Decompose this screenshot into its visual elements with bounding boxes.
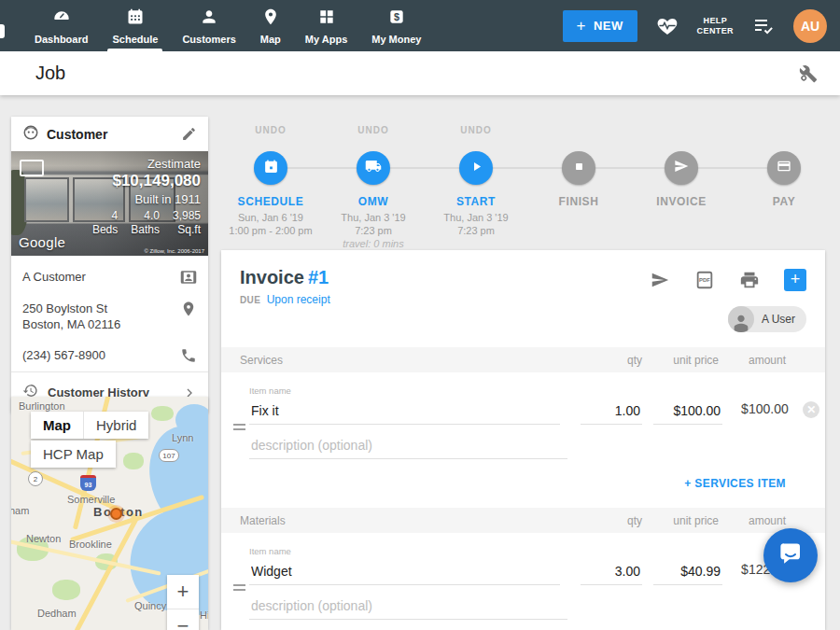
step-pay-button[interactable] — [767, 151, 801, 185]
i93-shield: 93 — [80, 475, 96, 491]
undo-link[interactable]: UNDO — [425, 125, 527, 144]
person-icon — [200, 7, 218, 30]
location-pin-icon[interactable] — [180, 301, 197, 317]
item-name-input[interactable] — [249, 558, 560, 585]
step-label: OMW — [322, 195, 425, 208]
street-view-photo[interactable]: Zestimate $10,149,080 Built in 1911 4Bed… — [11, 151, 208, 256]
step-finish: FINISH — [527, 125, 630, 250]
customer-face-icon — [22, 124, 39, 145]
send-icon — [674, 159, 689, 177]
health-heart-pulse-icon[interactable] — [656, 15, 679, 37]
map-label: Newton — [26, 533, 61, 544]
assigned-user-chip[interactable]: A User — [728, 306, 806, 332]
map-label: Somerville — [67, 494, 115, 505]
edit-pencil-icon[interactable] — [181, 126, 197, 142]
user-avatar[interactable]: AU — [793, 9, 827, 43]
svg-text:$: $ — [394, 10, 399, 21]
stat-baths: 4.0Baths — [131, 209, 160, 237]
customer-card: Customer Zestimate $10,149,080 Built in … — [11, 117, 208, 413]
nav-item-map[interactable]: Map — [248, 0, 293, 51]
services-add-row: + SERVICES ITEM — [221, 459, 825, 508]
item-description-input[interactable] — [249, 432, 567, 459]
undo-link[interactable]: UNDO — [219, 125, 322, 144]
drag-handle-icon[interactable] — [233, 421, 245, 433]
new-button[interactable]: + NEW — [563, 10, 637, 42]
due-value-link[interactable]: Upon receipt — [267, 293, 330, 306]
item-unit-price-input[interactable] — [653, 398, 722, 425]
nav-item-label: My Apps — [305, 34, 347, 45]
nav-item-my-apps[interactable]: My Apps — [293, 0, 359, 51]
job-location-marker[interactable] — [110, 508, 122, 520]
nav-item-my-money[interactable]: $ My Money — [359, 0, 433, 51]
assigned-user-name: A User — [762, 313, 795, 326]
step-omw-button[interactable] — [357, 151, 390, 185]
map-type-map-button[interactable]: Map — [31, 412, 83, 439]
due-label: DUE — [240, 295, 260, 305]
nav-item-label: Customers — [182, 34, 235, 45]
step-pay: PAY — [733, 125, 835, 250]
send-invoice-icon[interactable] — [650, 270, 670, 290]
add-invoice-button[interactable]: + — [784, 269, 806, 291]
map-label: Hi — [200, 609, 208, 621]
step-schedule-button[interactable] — [254, 151, 287, 185]
undo-link[interactable]: UNDO — [322, 125, 425, 144]
customer-name-row: A Customer — [11, 261, 208, 293]
help-center-link[interactable]: HELP CENTER — [697, 16, 734, 36]
chat-bubble-icon — [777, 539, 805, 571]
invoice-due: DUE Upon receipt — [240, 293, 330, 306]
qty-column-header: qty — [584, 354, 642, 367]
step-omw-dates: Thu, Jan 3 '19 7:23 pm travel: 0 mins — [322, 211, 425, 250]
item-qty-input[interactable] — [581, 398, 642, 425]
calendar-icon — [263, 159, 279, 178]
item-unit-price-input[interactable] — [653, 558, 722, 585]
nav-item-schedule[interactable]: Schedule — [100, 0, 170, 51]
stop-icon — [572, 160, 586, 177]
step-finish-button[interactable] — [562, 151, 595, 185]
step-start-dates: Thu, Jan 3 '19 7:23 pm — [425, 211, 527, 237]
item-name-input[interactable] — [249, 398, 560, 425]
nav-item-label: Map — [260, 34, 281, 45]
map-widget[interactable]: Burlington Lynn Somerville Boston ham Ne… — [11, 397, 208, 630]
built-year: Built in 1911 — [92, 192, 201, 206]
print-icon[interactable] — [739, 270, 760, 290]
nav-item-customers[interactable]: Customers — [170, 0, 247, 51]
drag-handle-icon[interactable] — [233, 581, 245, 594]
contact-card-icon[interactable] — [180, 269, 197, 286]
brand-logo-partial — [0, 24, 5, 38]
pdf-icon[interactable]: PDF — [694, 270, 715, 290]
map-type-hybrid-button[interactable]: Hybrid — [83, 412, 148, 439]
grid-icon — [317, 7, 336, 30]
item-description-input[interactable] — [249, 593, 567, 620]
street-view-expand-icon[interactable] — [20, 160, 44, 176]
amount-column-header: amount — [734, 514, 786, 527]
nav-item-dashboard[interactable]: Dashboard — [22, 0, 100, 51]
customer-address: 250 Boylston St Boston, MA 02116 — [22, 301, 120, 332]
checklist-icon[interactable] — [752, 15, 775, 37]
remove-item-icon[interactable]: ✕ — [803, 401, 819, 418]
user-silhouette-icon — [728, 306, 754, 332]
phone-icon[interactable] — [180, 347, 197, 364]
nav-item-label: My Money — [371, 34, 421, 45]
invoice-number[interactable]: #1 — [308, 267, 329, 287]
nav-right: + NEW HELP CENTER AU — [563, 0, 840, 51]
step-invoice-button[interactable] — [665, 151, 698, 185]
chat-launcher-button[interactable] — [763, 528, 818, 582]
map-type-hcp-button[interactable]: HCP Map — [31, 441, 116, 468]
gauge-icon — [52, 7, 71, 30]
job-settings-wrench-gear-icon[interactable] — [799, 64, 818, 83]
svg-text:PDF: PDF — [699, 277, 710, 283]
job-page: Dashboard Schedule Customers Map — [0, 0, 840, 630]
unit-price-column-header: unit price — [653, 354, 719, 367]
step-label: INVOICE — [630, 195, 733, 208]
step-omw: UNDO OMW Thu, Jan 3 '19 7:23 pm travel: … — [322, 125, 425, 250]
map-type-buttons: Map Hybrid HCP Map — [31, 412, 148, 468]
add-services-item-link[interactable]: + SERVICES ITEM — [684, 477, 786, 490]
stat-beds: 4Beds — [92, 209, 118, 237]
item-qty-input[interactable] — [581, 558, 642, 585]
step-start: UNDO START Thu, Jan 3 '19 7:23 pm — [425, 125, 527, 250]
zoom-in-button[interactable]: + — [167, 575, 199, 609]
step-start-button[interactable] — [459, 151, 493, 185]
zestimate-value: $10,149,080 — [92, 172, 201, 190]
job-progress-stepper: UNDO SCHEDULE Sun, Jan 6 '19 1:00 pm - 2… — [219, 125, 835, 250]
zoom-out-button[interactable]: − — [167, 609, 199, 630]
